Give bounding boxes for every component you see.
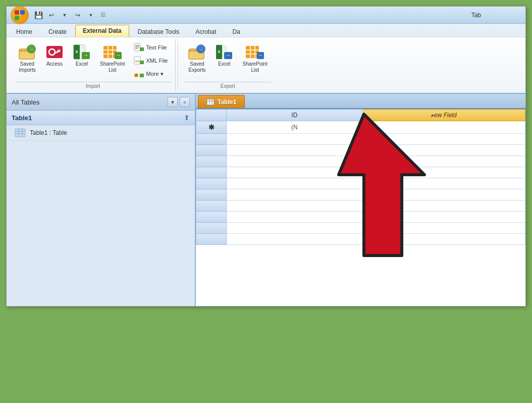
nav-controls: ▼ « — [168, 97, 190, 107]
table1-tab[interactable]: Table1 — [198, 95, 245, 108]
empty-row-9 — [196, 223, 525, 234]
sharepoint-import-button[interactable]: → SharePointList — [96, 41, 128, 76]
empty-cell-8a[interactable] — [227, 212, 363, 223]
empty-row-num-4 — [196, 167, 227, 178]
saved-exports-button[interactable]: → SavedExports — [184, 41, 209, 76]
table1-tab-label: Table1 — [218, 98, 236, 106]
save-qat-button[interactable]: 💾 — [33, 10, 44, 21]
tab-home[interactable]: Home — [9, 26, 40, 37]
empty-row-num-8 — [196, 212, 227, 223]
svg-text:→: → — [29, 46, 34, 52]
empty-row-8 — [196, 212, 525, 223]
undo-dropdown-button[interactable]: ▼ — [59, 10, 70, 21]
empty-cell-9b[interactable] — [362, 223, 525, 234]
empty-row-num-9 — [196, 223, 227, 234]
empty-row-5 — [196, 178, 525, 189]
tab-da[interactable]: Da — [225, 26, 248, 37]
svg-text:→: → — [140, 74, 144, 77]
empty-cell-5a[interactable] — [227, 178, 363, 189]
access-button[interactable]: Access — [42, 41, 67, 70]
office-logo[interactable] — [11, 6, 29, 24]
empty-cell-9a[interactable] — [227, 223, 363, 234]
empty-cell-10a[interactable] — [227, 234, 363, 245]
empty-cell-2b[interactable] — [362, 145, 525, 156]
empty-cell-3a[interactable] — [227, 156, 363, 167]
excel-export-button[interactable]: X → Excel — [211, 41, 237, 70]
table-grid-icon — [15, 128, 26, 137]
empty-row-num-2 — [196, 145, 227, 156]
sharepoint-export-label: SharePointList — [242, 61, 267, 73]
tab-acrobat[interactable]: Acrobat — [188, 26, 224, 37]
tab-create[interactable]: Create — [41, 26, 74, 37]
more-label: More ▾ — [146, 71, 163, 77]
empty-cell-6b[interactable] — [362, 189, 525, 200]
empty-cell-10b[interactable] — [362, 234, 525, 245]
svg-point-33 — [135, 74, 138, 77]
empty-cell-7a[interactable] — [227, 200, 363, 212]
import-group-items: → SavedImports — [15, 41, 171, 80]
empty-row-num-6 — [196, 189, 227, 200]
empty-row-10 — [196, 234, 525, 245]
svg-text:→: → — [198, 46, 203, 52]
tab-external-data[interactable]: External Data — [75, 25, 129, 37]
text-file-button[interactable]: → Text File — [130, 41, 171, 54]
import-group-label: Import — [15, 82, 171, 89]
table1-tab-icon — [206, 98, 215, 106]
empty-row-num-3 — [196, 156, 227, 167]
xml-file-button[interactable]: </> → XML File — [130, 55, 171, 67]
right-content: Table1 ID ▸ew Field ✱ — [196, 94, 525, 306]
main-area: All Tables ▼ « Table1 ⬆ — [7, 94, 525, 306]
nav-filter-button[interactable]: ▼ — [168, 97, 178, 107]
saved-imports-button[interactable]: → SavedImports — [15, 41, 40, 76]
empty-cell-4b[interactable] — [362, 167, 525, 178]
empty-row-2 — [196, 145, 525, 156]
redo-dropdown-button[interactable]: ▼ — [85, 10, 96, 21]
col-header-id[interactable]: ID — [227, 110, 363, 121]
export-group-items: → SavedExports X → Excel — [184, 41, 271, 80]
empty-cell-8b[interactable] — [362, 212, 525, 223]
nav-collapse-button[interactable]: « — [180, 97, 190, 107]
undo-qat-button[interactable]: ↩ — [46, 10, 57, 21]
empty-cell-6a[interactable] — [227, 189, 363, 200]
empty-cell-5b[interactable] — [362, 178, 525, 189]
excel-import-label: Excel — [76, 61, 88, 67]
xml-file-label: XML File — [146, 58, 168, 64]
nav-section-title: Table1 — [12, 114, 32, 122]
text-file-label: Text File — [146, 44, 167, 51]
svg-text:→: → — [140, 61, 144, 64]
empty-row-num-10 — [196, 234, 227, 245]
nav-section-header[interactable]: Table1 ⬆ — [7, 111, 195, 125]
title-bar: 💾 ↩ ▼ ↪ ▼ ≡ Tab — [7, 7, 525, 24]
more-button[interactable]: → More ▾ — [130, 68, 171, 80]
export-group-label: Export — [184, 82, 271, 89]
access-icon — [45, 44, 64, 60]
empty-row-num-1 — [196, 134, 227, 145]
svg-text:</>: </> — [135, 60, 140, 63]
empty-cell-2a[interactable] — [227, 145, 363, 156]
more-icon: → — [134, 69, 144, 78]
cell-new-field[interactable] — [362, 121, 525, 134]
cell-id[interactable]: (N — [227, 121, 363, 134]
excel-import-button[interactable]: X → Excel — [69, 41, 94, 70]
empty-row-4 — [196, 167, 525, 178]
export-group: → SavedExports X → Excel — [180, 39, 275, 91]
empty-cell-7b[interactable] — [362, 200, 525, 212]
table-area[interactable]: ID ▸ew Field ✱ (N — [196, 109, 525, 306]
redo-qat-button[interactable]: ↪ — [72, 10, 83, 21]
empty-cell-1a[interactable] — [227, 134, 363, 145]
sharepoint-export-button[interactable]: → SharePointList — [239, 41, 271, 76]
col-header-new-field[interactable]: ▸ew Field — [362, 110, 525, 121]
ribbon-content: → SavedImports — [7, 37, 525, 93]
empty-cell-4a[interactable] — [227, 167, 363, 178]
empty-cell-1b[interactable] — [362, 134, 525, 145]
access-label: Access — [46, 61, 63, 67]
table1-nav-item[interactable]: Table1 : Table — [7, 125, 195, 141]
left-navigation: All Tables ▼ « Table1 ⬆ — [7, 94, 196, 306]
nav-section-expand-icon: ⬆ — [184, 114, 190, 122]
nav-header: All Tables ▼ « — [7, 94, 195, 111]
tab-database-tools[interactable]: Database Tools — [130, 26, 187, 37]
svg-text:→: → — [226, 52, 231, 58]
svg-text:→: → — [140, 47, 144, 51]
empty-cell-3b[interactable] — [362, 156, 525, 167]
sharepoint-import-label: SharePointList — [100, 61, 125, 73]
